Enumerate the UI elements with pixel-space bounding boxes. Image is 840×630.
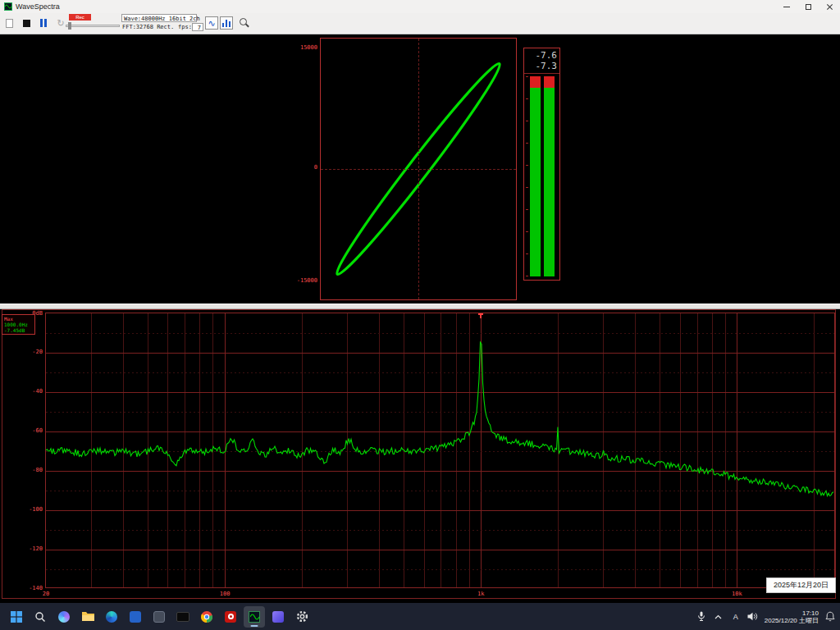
stop-icon — [23, 20, 30, 27]
taskbar-acrobat-button[interactable] — [220, 606, 241, 628]
fps-label: fps: — [178, 24, 192, 30]
date-tooltip: 2025年12月20日 — [766, 578, 836, 593]
wavespectra-icon — [249, 611, 260, 623]
speaker-icon — [747, 612, 758, 621]
taskbar-icons — [0, 606, 313, 628]
level-bar-left-peak — [530, 76, 541, 88]
clock-date: 2025/12/20 土曜日 — [765, 617, 819, 624]
blue-app-icon — [130, 611, 141, 623]
lissajous-y-min-label: -15000 — [290, 277, 317, 284]
spectrum-x-tick-label: 10k — [732, 591, 742, 597]
spectrum-view-button[interactable] — [220, 16, 233, 30]
wave-format-readout: Wave:48000Hz 16bit 2ch — [121, 14, 197, 22]
spectrum-y-tick-label: -20 — [15, 349, 43, 355]
position-slider[interactable] — [66, 25, 120, 27]
file-explorer-icon — [82, 611, 94, 622]
chevron-up-icon — [714, 614, 722, 619]
close-button[interactable] — [819, 0, 840, 13]
dark-app-icon — [153, 611, 165, 623]
minimize-button[interactable] — [776, 0, 797, 13]
stop-button[interactable] — [21, 17, 32, 29]
maximize-icon — [806, 4, 811, 10]
clock-time: 17:10 — [765, 609, 819, 617]
spectrum-y-tick-label: -60 — [15, 427, 43, 434]
open-file-icon — [6, 19, 13, 28]
taskbar-dark-app-button[interactable] — [148, 606, 170, 628]
level-bar-right — [544, 76, 555, 276]
taskbar-purple-app-button[interactable] — [267, 606, 289, 628]
notification-bell-icon — [825, 611, 835, 622]
pause-button[interactable] — [38, 17, 49, 29]
ime-mode-label: A — [733, 613, 738, 621]
hidden-icons-button[interactable] — [713, 610, 724, 623]
chrome-icon — [201, 611, 212, 623]
minimize-icon — [783, 7, 790, 7]
settings-gear-icon — [296, 610, 308, 623]
search-icon — [34, 611, 46, 623]
lissajous-display — [320, 38, 517, 300]
spectrum-y-tick-label: -120 — [15, 546, 43, 552]
spectrum-x-tick-label: 20 — [43, 591, 49, 597]
spectrum-bars-icon — [222, 19, 231, 27]
panel-splitter[interactable] — [0, 304, 840, 309]
maximize-button[interactable] — [797, 0, 819, 13]
spectrum-panel: 0dB-20-40-60-80-100-120-140 201001k10k M… — [0, 309, 840, 603]
taskbar-blue-app-button[interactable] — [125, 606, 146, 628]
taskbar-file-explorer-button[interactable] — [77, 606, 98, 628]
app-icon — [4, 2, 12, 11]
peak-marker-box: Max 1000.0Hz -7.45dB — [2, 314, 35, 335]
start-button[interactable] — [6, 606, 27, 628]
level-meter-readout: -7.6 -7.3 — [524, 48, 559, 74]
spectrum-trace — [46, 313, 834, 587]
spectrum-x-tick-label: 100 — [220, 591, 231, 597]
taskbar-edge-button[interactable] — [101, 606, 122, 628]
lissajous-y-max-label: 15000 — [290, 44, 317, 51]
fft-settings-readout: FFT:32768 Rect. — [122, 24, 174, 30]
ime-mode-button[interactable]: A — [730, 610, 742, 623]
purple-app-icon — [272, 611, 284, 623]
open-file-button[interactable] — [3, 17, 15, 29]
notifications-button[interactable] — [824, 610, 836, 623]
taskbar: A 17:10 2025/12/20 土曜日 — [0, 603, 840, 630]
taskbar-clock[interactable]: 17:10 2025/12/20 土曜日 — [765, 609, 819, 624]
level-left-db: -7.6 — [524, 50, 557, 61]
level-right-db: -7.3 — [524, 61, 557, 71]
level-bar-right-fill — [544, 88, 555, 276]
level-meter: -7.6 -7.3 — [523, 48, 560, 281]
snip-app-icon — [176, 612, 189, 622]
copilot-icon — [58, 611, 70, 623]
microphone-tray-button[interactable] — [696, 610, 707, 623]
spectrum-x-tick-label: 1k — [477, 591, 484, 597]
volume-tray-button[interactable] — [747, 610, 759, 623]
spectrum-y-tick-label: -100 — [15, 506, 43, 513]
peak-marker-frequency: 1000.0Hz — [4, 322, 33, 327]
spectrum-y-tick-label: -80 — [15, 467, 43, 473]
peak-marker-title: Max — [4, 316, 33, 322]
taskbar-copilot-button[interactable] — [53, 606, 75, 628]
waveform-view-button[interactable]: ∿ — [205, 16, 218, 30]
taskbar-search-button[interactable] — [30, 606, 51, 628]
system-tray: A 17:10 2025/12/20 土曜日 — [696, 609, 840, 624]
wavespectra-window: WaveSpectra ↻ Rec Wave:48000Hz 16bit 2ch… — [0, 0, 840, 630]
taskbar-snip-app-button[interactable] — [172, 606, 194, 628]
settings-magnifier-button[interactable] — [238, 16, 251, 30]
spectrum-y-tick-label: -140 — [15, 585, 43, 591]
fps-value: 7 — [192, 23, 203, 31]
pause-icon — [40, 19, 47, 27]
level-bar-left — [530, 76, 541, 276]
transport-buttons: ↻ — [3, 17, 66, 29]
level-meter-bars — [524, 76, 559, 276]
level-meter-scale-ticks — [526, 76, 528, 276]
window-title: WaveSpectra — [16, 2, 60, 11]
level-bar-right-peak — [544, 76, 555, 88]
taskbar-chrome-button[interactable] — [196, 606, 217, 628]
spectrum-y-tick-label: -40 — [15, 388, 43, 395]
taskbar-settings-button[interactable] — [291, 606, 313, 628]
slider-thumb[interactable] — [68, 22, 71, 30]
microphone-icon — [697, 611, 705, 622]
spectrum-plot — [45, 313, 835, 588]
rec-indicator: Rec — [69, 14, 91, 21]
scope-panel: 15000 0 -15000 -7.6 -7.3 — [0, 34, 840, 304]
taskbar-wavespectra-button[interactable] — [244, 606, 265, 628]
repeat-button[interactable]: ↻ — [55, 17, 66, 29]
